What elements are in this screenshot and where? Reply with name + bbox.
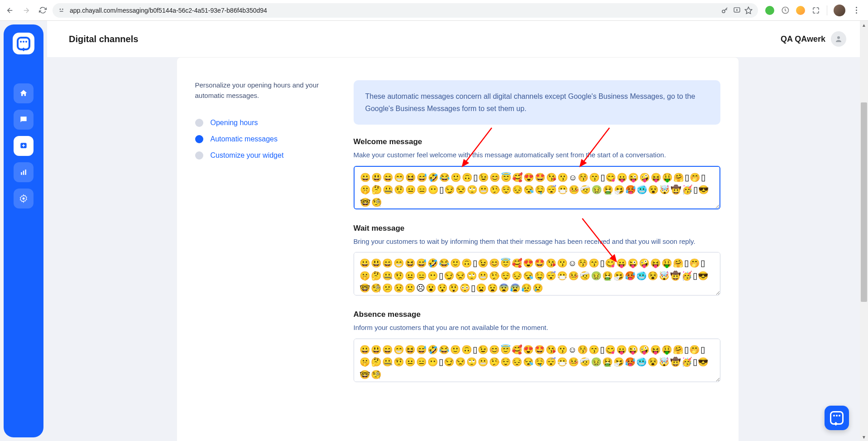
svg-line-11 — [462, 128, 492, 166]
chrome-menu-icon[interactable] — [852, 6, 861, 15]
sidebar-item-messages[interactable] — [14, 110, 34, 130]
intro-text: Personalize your opening hours and your … — [195, 80, 322, 101]
extensions-puzzle-icon[interactable] — [811, 6, 820, 15]
nav-label: Opening hours — [211, 119, 258, 127]
annotation-arrow-1 — [458, 126, 494, 171]
bookmark-star-icon[interactable] — [744, 6, 753, 15]
sidebar — [4, 24, 43, 437]
absence-desc: Inform your customers that you are not a… — [354, 323, 720, 333]
scrollbar-thumb[interactable] — [861, 102, 867, 302]
svg-rect-2 — [60, 11, 63, 11]
forward-button[interactable] — [20, 4, 33, 17]
absence-title: Absence message — [354, 310, 720, 319]
welcome-textarea[interactable] — [354, 166, 720, 209]
sidebar-item-channels[interactable] — [14, 136, 34, 156]
nav-label: Automatic messages — [211, 135, 278, 143]
extension-clip-icon[interactable] — [781, 6, 790, 15]
sidebar-item-analytics[interactable] — [14, 162, 34, 182]
nav-item-customize-widget[interactable]: Customize your widget — [195, 151, 322, 160]
page-title: Digital channels — [69, 34, 138, 44]
annotation-arrow-2 — [575, 126, 612, 171]
welcome-title: Welcome message — [354, 137, 720, 146]
nav-item-automatic-messages[interactable]: Automatic messages — [195, 135, 322, 143]
svg-rect-6 — [21, 172, 22, 175]
sidebar-item-settings[interactable] — [14, 189, 34, 208]
absence-textarea[interactable] — [354, 339, 720, 382]
url-text: app.chayall.com/messaging/b0f5144a-56c2-… — [70, 7, 267, 14]
back-button[interactable] — [4, 4, 16, 17]
radio-icon — [195, 135, 203, 143]
user-avatar-icon[interactable] — [831, 31, 846, 47]
svg-point-1 — [62, 9, 63, 10]
password-key-icon[interactable] — [721, 6, 729, 15]
extension-green-icon[interactable] — [765, 6, 774, 15]
svg-point-10 — [837, 36, 840, 39]
chat-widget-button[interactable] — [825, 406, 849, 430]
wait-desc: Bring your customers to wait by informin… — [354, 237, 720, 247]
svg-point-0 — [60, 9, 61, 10]
svg-line-12 — [580, 128, 609, 166]
radio-icon — [195, 119, 203, 127]
nav-label: Customize your widget — [211, 151, 284, 160]
extensions-area — [762, 5, 864, 16]
wait-title: Wait message — [354, 224, 720, 233]
svg-rect-8 — [25, 170, 26, 175]
svg-point-9 — [23, 198, 25, 200]
reload-button[interactable] — [36, 4, 49, 17]
install-app-icon[interactable] — [733, 6, 741, 15]
site-settings-icon[interactable] — [58, 6, 66, 15]
user-name: QA QAwerk — [781, 34, 825, 44]
page-scrollbar[interactable]: ▲ ▼ — [860, 21, 868, 441]
wait-textarea[interactable] — [354, 252, 720, 296]
sidebar-item-home[interactable] — [14, 83, 34, 103]
nav-item-opening-hours[interactable]: Opening hours — [195, 119, 322, 127]
radio-icon — [195, 151, 203, 160]
settings-nav: Opening hours Automatic messages Customi… — [195, 119, 322, 160]
svg-rect-7 — [23, 171, 24, 175]
url-bar[interactable]: app.chayall.com/messaging/b0f5144a-56c2-… — [53, 3, 758, 18]
welcome-desc: Make your customer feel welcome with thi… — [354, 150, 720, 160]
extension-orange-icon[interactable] — [796, 6, 805, 15]
browser-chrome: app.chayall.com/messaging/b0f5144a-56c2-… — [0, 0, 868, 21]
info-banner: These automatic messages concern all dig… — [354, 80, 720, 125]
app-logo[interactable] — [13, 33, 34, 54]
profile-avatar[interactable] — [834, 5, 845, 16]
page-header: Digital channels QA QAwerk — [47, 21, 868, 57]
